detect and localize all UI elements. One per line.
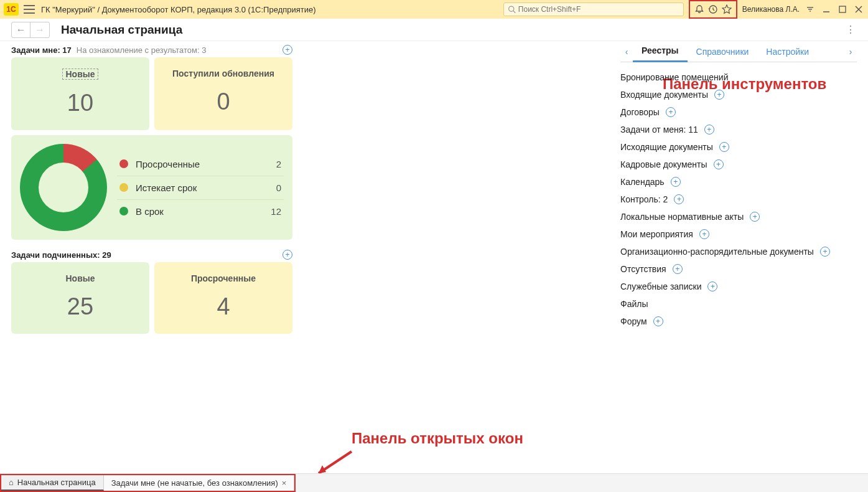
- registry-item[interactable]: Мои мероприятия+: [620, 225, 857, 243]
- tasks-status-chart: Просроченные2Истекает срок0В срок12: [11, 135, 292, 240]
- svg-rect-7: [839, 6, 846, 12]
- card-label: Просроченные: [154, 273, 292, 283]
- registry-item[interactable]: Кадровые документы+: [620, 156, 857, 173]
- task-card[interactable]: Просроченные4: [154, 262, 292, 334]
- add-icon[interactable]: +: [673, 264, 683, 274]
- history-icon[interactable]: [706, 2, 720, 16]
- tab-label: Задачи мне (не начатые, без ознакомления…: [111, 478, 278, 488]
- close-button[interactable]: [853, 4, 864, 15]
- card-value: 25: [11, 293, 149, 320]
- task-card[interactable]: Новые10: [11, 57, 149, 130]
- registry-item[interactable]: Файлы: [620, 295, 857, 313]
- registry-item[interactable]: Контроль: 2+: [620, 191, 857, 208]
- open-windows-panel: ⌂Начальная страницаЗадачи мне (не начаты…: [0, 473, 868, 492]
- add-icon[interactable]: +: [704, 125, 714, 135]
- card-label: Новые: [62, 69, 98, 80]
- registry-item[interactable]: Организационно-распорядительные документ…: [620, 243, 857, 260]
- add-icon[interactable]: +: [714, 159, 724, 169]
- tabs-scroll-left[interactable]: ‹: [620, 47, 633, 57]
- settings-icon[interactable]: [805, 4, 816, 15]
- tabs-scroll-right[interactable]: ›: [844, 47, 857, 57]
- window-tab[interactable]: ⌂Начальная страница: [1, 475, 104, 491]
- tab-Реестры[interactable]: Реестры: [633, 41, 688, 62]
- tasks-mine-subheader[interactable]: На ознакомление с результатом: 3: [77, 45, 207, 55]
- add-sub-task-button[interactable]: +: [282, 250, 292, 260]
- minimize-button[interactable]: [821, 4, 832, 15]
- registry-label: Календарь: [620, 177, 665, 187]
- legend-dot: [119, 207, 128, 215]
- toolbar-highlight: [689, 0, 737, 19]
- add-icon[interactable]: +: [653, 316, 663, 326]
- search-input[interactable]: [518, 5, 679, 14]
- legend-value: 0: [276, 182, 281, 193]
- logo-1c: 1C: [4, 3, 19, 16]
- registry-item[interactable]: Отсутствия+: [620, 260, 857, 278]
- card-label: Новые: [11, 273, 149, 283]
- maximize-button[interactable]: [837, 4, 848, 15]
- registry-item[interactable]: Календарь+: [620, 173, 857, 191]
- legend-value: 12: [271, 206, 281, 217]
- back-button[interactable]: ←: [12, 22, 30, 37]
- add-icon[interactable]: +: [674, 194, 684, 204]
- add-icon[interactable]: +: [671, 177, 681, 187]
- legend-dot: [119, 183, 128, 192]
- add-icon[interactable]: +: [750, 212, 760, 222]
- home-icon: ⌂: [9, 478, 14, 487]
- registry-item[interactable]: Исходящие документы+: [620, 138, 857, 156]
- page-title: Начальная страница: [61, 23, 182, 37]
- registry-item[interactable]: Входящие документы+: [620, 86, 857, 103]
- registry-item[interactable]: Служебные записки+: [620, 278, 857, 295]
- tab-Настройки[interactable]: Настройки: [757, 41, 818, 62]
- registry-label: Организационно-распорядительные документ…: [620, 247, 814, 257]
- registry-item[interactable]: Форум+: [620, 313, 857, 330]
- add-icon[interactable]: +: [719, 142, 729, 152]
- add-icon[interactable]: +: [666, 107, 676, 117]
- legend-row[interactable]: Просроченные2: [117, 153, 284, 176]
- nav-row: ← → Начальная страница ⋮: [0, 19, 868, 41]
- tasks-sub-header[interactable]: Задачи подчиненных: 29: [11, 250, 111, 260]
- forward-button[interactable]: →: [30, 22, 49, 37]
- card-value: 0: [154, 88, 292, 115]
- tab-Справочники[interactable]: Справочники: [688, 41, 758, 62]
- add-icon[interactable]: +: [699, 229, 709, 239]
- menu-icon[interactable]: [24, 5, 35, 14]
- registry-label: Служебные записки: [620, 281, 701, 291]
- registry-label: Контроль: 2: [620, 194, 668, 204]
- legend-value: 2: [276, 159, 281, 169]
- registry-label: Локальные нормативные акты: [620, 212, 744, 222]
- registry-label: Кадровые документы: [620, 159, 707, 169]
- tasks-mine-header[interactable]: Задачи мне: 17: [11, 45, 72, 55]
- add-task-button[interactable]: +: [282, 45, 292, 55]
- task-card[interactable]: Поступили обновления0: [154, 57, 292, 130]
- window-tab[interactable]: Задачи мне (не начатые, без ознакомления…: [104, 475, 295, 491]
- donut-chart: [20, 144, 107, 231]
- legend-dot: [119, 159, 128, 168]
- registry-item[interactable]: Договоры+: [620, 103, 857, 121]
- task-card[interactable]: Новые25: [11, 262, 149, 334]
- bell-icon[interactable]: [693, 2, 706, 16]
- username[interactable]: Великанова Л.А.: [742, 5, 800, 14]
- card-value: 4: [154, 293, 292, 320]
- registry-item[interactable]: Локальные нормативные акты+: [620, 208, 857, 225]
- registry-label: Отсутствия: [620, 264, 666, 274]
- registry-label: Задачи от меня: 11: [620, 125, 698, 135]
- registry-label: Мои мероприятия: [620, 229, 693, 239]
- add-icon[interactable]: +: [714, 90, 724, 100]
- registry-label: Бронирование помещений: [620, 72, 728, 82]
- add-icon[interactable]: +: [707, 281, 717, 291]
- more-icon[interactable]: ⋮: [844, 24, 857, 36]
- search-box[interactable]: [503, 2, 684, 16]
- registry-label: Файлы: [620, 299, 648, 309]
- registry-label: Входящие документы: [620, 90, 708, 100]
- add-icon[interactable]: +: [820, 247, 830, 257]
- legend-label: Истекает срок: [136, 182, 276, 193]
- star-icon[interactable]: [720, 2, 734, 16]
- legend-label: В срок: [136, 206, 271, 217]
- registry-item[interactable]: Бронирование помещений: [620, 69, 857, 86]
- registry-label: Форум: [620, 316, 647, 326]
- registry-item[interactable]: Задачи от меня: 11+: [620, 121, 857, 138]
- legend-row[interactable]: Истекает срок0: [117, 176, 284, 200]
- legend-row[interactable]: В срок12: [117, 200, 284, 223]
- card-label: Поступили обновления: [154, 69, 292, 78]
- close-icon[interactable]: ×: [282, 478, 287, 488]
